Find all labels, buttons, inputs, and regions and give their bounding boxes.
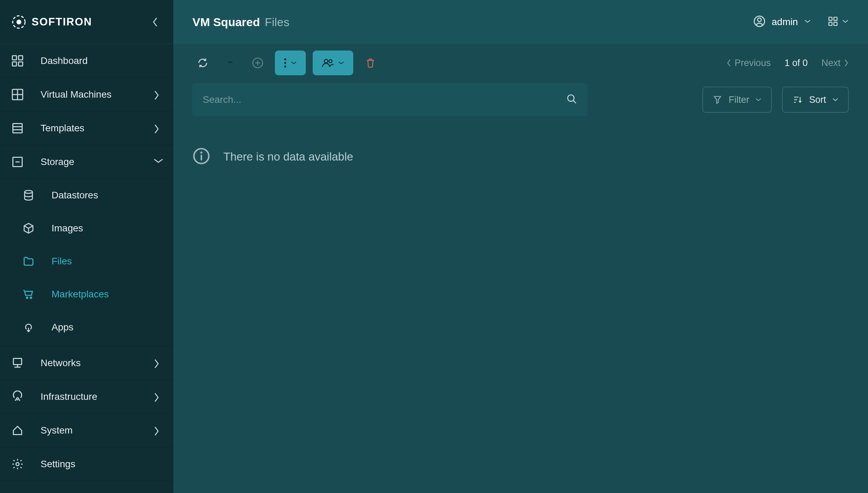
svg-rect-4 [12, 62, 16, 66]
dashboard-icon [11, 54, 24, 67]
chevron-right-icon [154, 90, 162, 99]
sidebar-item-virtual-machines[interactable]: Virtual Machines [0, 78, 173, 111]
info-icon [192, 147, 210, 166]
grid-icon [827, 16, 838, 28]
chevron-down-icon [154, 158, 162, 166]
datastores-icon [22, 189, 35, 202]
svg-point-1 [16, 20, 21, 24]
empty-message: There is no data available [223, 150, 353, 163]
sidebar-item-label: Networks [41, 358, 137, 369]
refresh-icon [197, 57, 209, 69]
sidebar-item-templates[interactable]: Templates [0, 111, 173, 145]
settings-icon [11, 458, 24, 471]
filter-button[interactable]: Filter [702, 87, 772, 113]
page-counter: 1 of 0 [784, 58, 808, 68]
search-input[interactable] [203, 94, 566, 105]
empty-state: There is no data available [192, 137, 849, 177]
sidebar-item-storage[interactable]: Storage [0, 145, 173, 179]
toolbar: Previous 1 of 0 Next [173, 44, 868, 82]
user-menu[interactable]: admin [753, 15, 811, 29]
sidebar-item-label: Settings [41, 459, 162, 470]
sidebar-sub-datastores[interactable]: Datastores [0, 179, 173, 212]
breadcrumb: VM Squared Files [192, 15, 753, 29]
sidebar-item-system[interactable]: System [0, 414, 173, 447]
search-box[interactable] [192, 83, 588, 116]
prev-button[interactable]: Previous [726, 58, 771, 68]
chevron-down-icon [842, 19, 849, 25]
sort-icon [792, 95, 803, 105]
user-name: admin [772, 17, 798, 28]
svg-rect-29 [834, 17, 837, 20]
svg-line-16 [24, 290, 25, 291]
svg-rect-9 [13, 123, 22, 133]
chevron-left-icon [152, 17, 158, 27]
logo-icon [11, 14, 27, 30]
storage-submenu: Datastores Images Files Marketplaces [0, 179, 173, 346]
chevron-right-icon [154, 426, 162, 435]
add-circle-icon [252, 57, 264, 69]
add-button[interactable] [247, 53, 268, 73]
sidebar-sub-apps[interactable]: Apps [0, 311, 173, 344]
logo[interactable]: SOFTIRON [11, 14, 148, 30]
prev-label: Previous [735, 58, 771, 68]
main-panel: VM Squared Files admin [173, 0, 868, 493]
deselect-button[interactable] [220, 53, 241, 73]
svg-rect-31 [834, 22, 837, 25]
sidebar-item-settings[interactable]: Settings [0, 447, 173, 481]
content: There is no data available [173, 116, 868, 493]
filter-label: Filter [728, 95, 749, 105]
breadcrumb-page: Files [265, 15, 289, 29]
apps-menu[interactable] [827, 16, 849, 28]
svg-rect-5 [19, 62, 23, 66]
svg-line-42 [573, 100, 576, 103]
delete-button[interactable] [360, 53, 381, 73]
svg-rect-3 [19, 56, 23, 60]
svg-point-25 [16, 462, 19, 465]
networks-icon [11, 357, 24, 370]
files-icon [22, 255, 35, 268]
chevron-down-icon [804, 19, 811, 25]
next-label: Next [821, 58, 841, 68]
refresh-button[interactable] [192, 53, 213, 73]
sidebar-sub-marketplaces[interactable]: Marketplaces [0, 278, 173, 311]
vm-icon [11, 88, 24, 101]
svg-point-17 [26, 297, 28, 298]
sort-label: Sort [809, 95, 826, 105]
svg-rect-30 [829, 22, 832, 25]
search-row: Filter Sort [173, 83, 868, 116]
sidebar-sub-label: Files [52, 256, 72, 267]
sidebar-item-infrastructure[interactable]: Infrastructure [0, 380, 173, 414]
svg-point-22 [16, 398, 19, 400]
svg-point-36 [284, 58, 286, 61]
sort-button[interactable]: Sort [782, 87, 849, 113]
sidebar-sub-files[interactable]: Files [0, 245, 173, 278]
sidebar-item-networks[interactable]: Networks [0, 346, 173, 380]
sidebar-item-dashboard[interactable]: Dashboard [0, 44, 173, 78]
svg-point-38 [284, 66, 286, 68]
svg-rect-19 [13, 358, 22, 364]
next-button[interactable]: Next [821, 58, 849, 68]
sidebar-header: SOFTIRON [0, 0, 173, 44]
sidebar-sub-images[interactable]: Images [0, 212, 173, 245]
apps-icon [22, 321, 35, 334]
svg-rect-2 [12, 56, 16, 60]
filter-icon [713, 95, 722, 105]
group-actions-button[interactable] [313, 51, 353, 75]
svg-point-27 [757, 18, 761, 22]
images-icon [22, 222, 35, 235]
system-icon [11, 424, 24, 437]
sidebar: SOFTIRON Dashboard Virtual Machines [0, 0, 173, 493]
more-actions-button[interactable] [275, 51, 306, 75]
svg-point-41 [568, 95, 574, 101]
search-icon[interactable] [566, 94, 577, 106]
sidebar-item-label: Virtual Machines [41, 89, 137, 100]
users-icon [322, 58, 334, 68]
chevron-down-icon [291, 61, 297, 65]
sidebar-collapse-button[interactable] [148, 15, 162, 29]
sidebar-sub-label: Images [52, 223, 83, 234]
chevron-right-icon [154, 124, 162, 132]
sidebar-nav: Dashboard Virtual Machines Templates [0, 44, 173, 493]
infrastructure-icon [11, 390, 24, 403]
chevron-right-icon [154, 359, 162, 367]
trash-icon [365, 57, 376, 69]
